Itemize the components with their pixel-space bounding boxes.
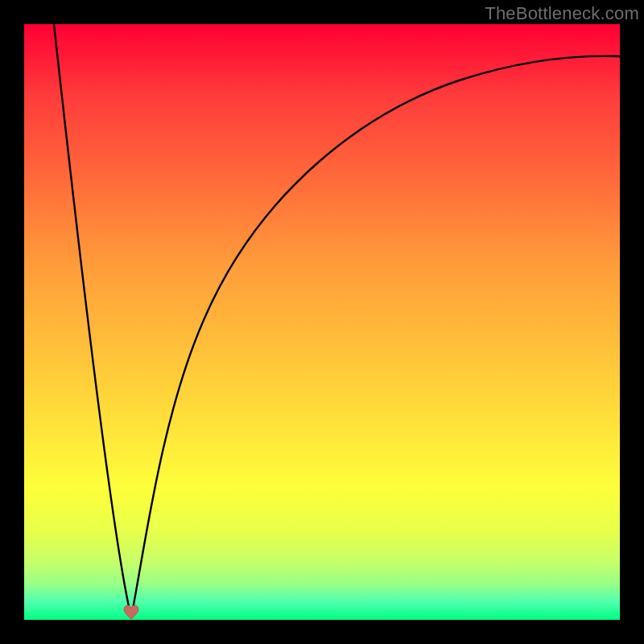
right-curve: [131, 56, 620, 617]
minimum-heart-marker: [124, 605, 138, 619]
watermark-text: TheBottleneck.com: [485, 3, 639, 24]
plot-area: [24, 24, 620, 620]
left-curve: [54, 24, 131, 617]
chart-frame: TheBottleneck.com: [0, 0, 644, 644]
curve-svg: [24, 24, 620, 620]
